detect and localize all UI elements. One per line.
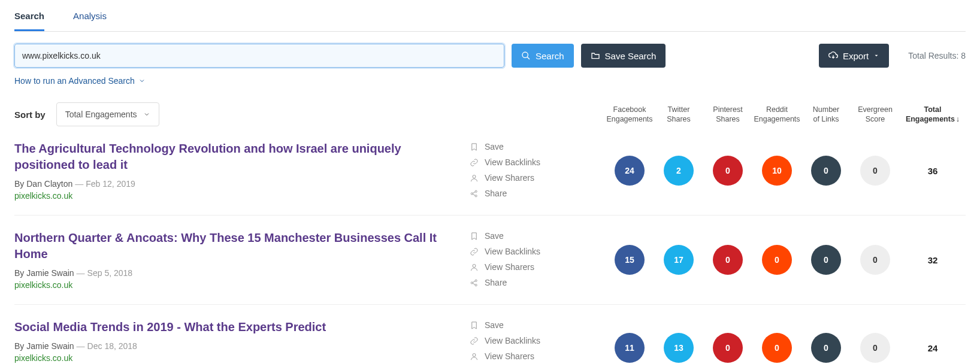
link-icon [470, 336, 479, 345]
sort-select[interactable]: Total Engagements [56, 102, 159, 126]
advanced-search-link[interactable]: How to run an Advanced Search [14, 76, 146, 86]
col-links[interactable]: Numberof Links [801, 105, 851, 125]
export-button[interactable]: Export [819, 44, 889, 68]
result-domain[interactable]: pixelkicks.co.uk [14, 280, 458, 290]
col-reddit[interactable]: RedditEngagements [752, 105, 801, 125]
folder-icon [591, 51, 600, 60]
chevron-down-icon [138, 77, 146, 84]
result-title[interactable]: Northern Quarter & Ancoats: Why These 15… [14, 230, 458, 262]
result-title[interactable]: Social Media Trends in 2019 - What the E… [14, 319, 458, 335]
result-byline: By Dan Clayton—Feb 12, 2019 [14, 179, 458, 189]
search-row: Search Save Search Export Total Results:… [14, 44, 966, 68]
result-row: Social Media Trends in 2019 - What the E… [14, 305, 966, 364]
tab-search[interactable]: Search [14, 11, 44, 31]
result-domain[interactable]: pixelkicks.co.uk [14, 353, 458, 363]
metric-pinterest: 0 [713, 333, 743, 363]
bookmark-icon [470, 232, 479, 241]
result-date: Sep 5, 2018 [87, 268, 133, 278]
action-save[interactable]: Save [470, 142, 565, 151]
svg-point-14 [473, 353, 476, 356]
total-results: Total Results: 8 [908, 51, 966, 60]
sort-arrow-down-icon: ↓ [956, 115, 960, 123]
result-row: The Agricultural Technology Revolution a… [14, 126, 966, 216]
tabs: Search Analysis [14, 0, 966, 32]
action-save[interactable]: Save [470, 320, 565, 330]
action-save[interactable]: Save [470, 231, 565, 241]
bookmark-icon [470, 321, 479, 330]
cloud-download-icon [828, 51, 838, 60]
result-author: Jamie Swain [26, 268, 74, 278]
metric-evergreen: 0 [860, 245, 890, 275]
link-icon [470, 158, 479, 167]
sortby-label: Sort by [14, 110, 46, 120]
metric-twitter: 17 [664, 245, 694, 275]
advanced-search-label: How to run an Advanced Search [14, 76, 135, 86]
col-pinterest[interactable]: PinterestShares [703, 105, 752, 125]
action-sharers[interactable]: View Sharers [470, 262, 565, 272]
action-backlinks[interactable]: View Backlinks [470, 157, 565, 167]
share-icon [470, 278, 479, 287]
metric-twitter: 2 [664, 156, 694, 186]
metric-facebook: 11 [615, 333, 645, 363]
metric-evergreen: 0 [860, 333, 890, 363]
results-header: Sort by Total Engagements FacebookEngage… [14, 102, 966, 126]
svg-line-6 [473, 192, 475, 193]
svg-point-0 [522, 52, 528, 57]
save-search-label: Save Search [605, 51, 657, 61]
export-label: Export [843, 51, 869, 61]
action-share[interactable]: Share [470, 189, 565, 198]
svg-line-7 [473, 194, 475, 196]
result-date: Feb 12, 2019 [86, 179, 135, 189]
search-button[interactable]: Search [512, 44, 574, 68]
svg-line-1 [527, 57, 530, 59]
user-icon [470, 352, 479, 361]
caret-down-icon [873, 53, 879, 59]
metric-pinterest: 0 [713, 156, 743, 186]
tab-analysis[interactable]: Analysis [73, 11, 107, 31]
metric-links: 0 [811, 245, 841, 275]
action-share[interactable]: Share [470, 278, 565, 287]
col-total[interactable]: TotalEngagements↓ [900, 105, 966, 125]
metric-twitter: 13 [664, 333, 694, 363]
metric-pinterest: 0 [713, 245, 743, 275]
metric-reddit: 0 [762, 245, 792, 275]
metric-links: 0 [811, 333, 841, 363]
svg-line-13 [473, 283, 475, 285]
result-author: Jamie Swain [26, 341, 74, 351]
action-backlinks[interactable]: View Backlinks [470, 336, 565, 345]
svg-line-12 [473, 281, 475, 283]
result-title[interactable]: The Agricultural Technology Revolution a… [14, 141, 458, 173]
svg-point-8 [473, 264, 476, 267]
metric-evergreen: 0 [860, 156, 890, 186]
metric-facebook: 15 [615, 245, 645, 275]
user-icon [470, 263, 479, 272]
user-icon [470, 174, 479, 183]
chevron-down-icon [143, 111, 150, 118]
search-button-label: Search [536, 51, 564, 61]
action-backlinks[interactable]: View Backlinks [470, 247, 565, 256]
metric-total: 36 [928, 166, 938, 176]
action-sharers[interactable]: View Sharers [470, 351, 565, 361]
share-icon [470, 189, 479, 198]
result-domain[interactable]: pixelkicks.co.uk [14, 191, 458, 201]
search-icon [521, 51, 531, 60]
result-byline: By Jamie Swain—Dec 18, 2018 [14, 341, 458, 351]
metric-facebook: 24 [615, 156, 645, 186]
result-date: Dec 18, 2018 [87, 341, 137, 351]
metric-reddit: 0 [762, 333, 792, 363]
link-icon [470, 247, 479, 256]
save-search-button[interactable]: Save Search [581, 44, 666, 68]
result-byline: By Jamie Swain—Sep 5, 2018 [14, 268, 458, 278]
metric-total: 32 [928, 255, 938, 265]
metric-links: 0 [811, 156, 841, 186]
result-author: Dan Clayton [26, 179, 72, 189]
col-twitter[interactable]: TwitterShares [654, 105, 703, 125]
search-input[interactable] [14, 44, 504, 68]
result-row: Northern Quarter & Ancoats: Why These 15… [14, 216, 966, 305]
metric-total: 24 [928, 343, 938, 353]
action-sharers[interactable]: View Sharers [470, 173, 565, 183]
col-facebook[interactable]: FacebookEngagements [605, 105, 654, 125]
metric-reddit: 10 [762, 156, 792, 186]
col-evergreen[interactable]: EvergreenScore [851, 105, 900, 125]
sort-select-value: Total Engagements [65, 110, 137, 119]
